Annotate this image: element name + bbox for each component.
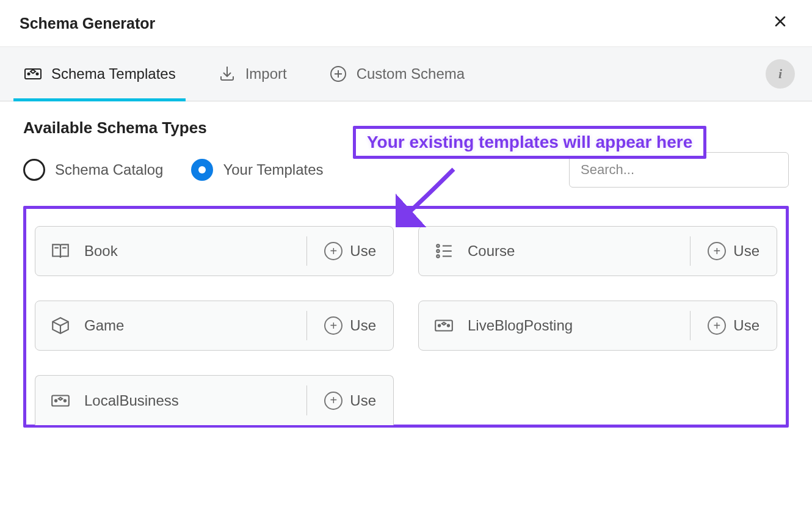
svg-point-18 [448, 324, 449, 326]
template-card-book: Book + Use [35, 226, 394, 276]
template-name: Game [84, 317, 124, 334]
plus-circle-icon [328, 64, 348, 84]
svg-point-12 [437, 255, 439, 257]
svg-point-10 [437, 244, 439, 247]
use-label: Use [350, 243, 376, 260]
book-icon [50, 241, 71, 261]
use-label: Use [350, 317, 376, 334]
plus-circle-icon: + [324, 392, 343, 410]
tab-label: Schema Templates [51, 65, 176, 82]
svg-point-4 [37, 73, 38, 75]
list-icon [433, 241, 454, 261]
radio-icon-selected [191, 159, 213, 181]
radio-label: Schema Catalog [55, 161, 163, 178]
radio-schema-catalog[interactable]: Schema Catalog [23, 159, 163, 181]
ticket-icon [433, 315, 454, 336]
svg-point-11 [437, 250, 439, 252]
svg-point-20 [55, 399, 57, 401]
use-button[interactable]: + Use [690, 236, 777, 266]
template-name: Course [468, 243, 515, 260]
template-name: LocalBusiness [84, 392, 179, 409]
template-name: Book [84, 243, 118, 260]
template-icon [23, 64, 43, 84]
template-card-localbusiness: LocalBusiness + Use [35, 375, 394, 425]
import-icon [217, 64, 237, 84]
close-button[interactable] [768, 11, 792, 35]
box-icon [50, 315, 71, 336]
annotation-arrow-icon [396, 166, 463, 227]
tab-bar: Schema Templates Import Custom Schema i [0, 47, 812, 101]
use-button[interactable]: + Use [690, 311, 777, 340]
use-label: Use [733, 243, 759, 260]
ticket-icon [50, 390, 71, 411]
plus-circle-icon: + [324, 242, 343, 260]
dialog-header: Schema Generator [0, 0, 812, 47]
tab-import[interactable]: Import [211, 47, 293, 101]
svg-point-21 [64, 399, 66, 401]
use-button[interactable]: + Use [306, 236, 393, 266]
plus-circle-icon: + [708, 242, 726, 260]
tab-label: Custom Schema [357, 65, 465, 82]
plus-circle-icon: + [324, 316, 343, 335]
plus-circle-icon: + [708, 316, 726, 335]
tab-label: Import [245, 65, 287, 82]
template-card-course: Course + Use [418, 226, 777, 276]
info-button[interactable]: i [766, 59, 795, 89]
tab-schema-templates[interactable]: Schema Templates [17, 47, 182, 101]
annotation-callout: Your existing templates will appear here [353, 126, 706, 159]
template-card-liveblogposting: LiveBlogPosting + Use [418, 301, 777, 351]
radio-your-templates[interactable]: Your Templates [191, 159, 323, 181]
templates-grid: Book + Use Course + Use [23, 206, 789, 428]
svg-point-3 [28, 73, 30, 75]
annotation-text: Your existing templates will appear here [367, 133, 692, 151]
radio-group: Schema Catalog Your Templates [23, 159, 324, 181]
info-icon: i [778, 66, 782, 82]
use-label: Use [350, 392, 376, 409]
use-button[interactable]: + Use [306, 311, 393, 340]
dialog-title: Schema Generator [20, 15, 155, 32]
tab-custom-schema[interactable]: Custom Schema [322, 47, 471, 101]
template-card-game: Game + Use [35, 301, 394, 351]
use-label: Use [733, 317, 759, 334]
template-name: LiveBlogPosting [468, 317, 573, 334]
radio-icon [23, 159, 45, 181]
radio-label: Your Templates [223, 161, 323, 178]
svg-point-17 [438, 324, 440, 326]
close-icon [773, 14, 788, 29]
use-button[interactable]: + Use [306, 385, 393, 415]
